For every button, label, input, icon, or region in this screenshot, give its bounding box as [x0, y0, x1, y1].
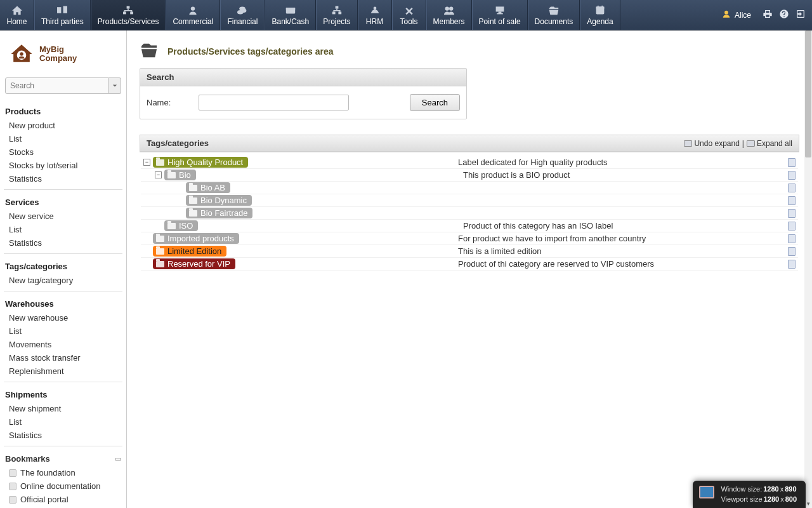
nav-projects[interactable]: Projects — [316, 0, 357, 30]
company-logo[interactable]: MyBigCompany — [4, 36, 122, 75]
side-link-statistics[interactable]: Statistics — [4, 236, 122, 250]
svg-point-5 — [191, 6, 195, 10]
divider — [4, 291, 122, 291]
side-link-new-product[interactable]: New product — [4, 119, 122, 132]
svg-rect-2 — [127, 6, 130, 8]
sidebar-search — [5, 77, 121, 94]
category-label: Bio Fairtrade — [200, 208, 247, 218]
drag-handle-icon[interactable] — [788, 260, 796, 269]
category-label: Limited Edition — [167, 246, 221, 256]
category-label: Bio AB — [200, 183, 225, 192]
side-link-replenishment[interactable]: Replenishment — [4, 364, 122, 378]
tree-row: Bio Fairtrade — [141, 207, 798, 220]
category-tag[interactable]: Bio — [164, 170, 196, 180]
drag-handle-icon[interactable] — [788, 184, 796, 192]
nav-home[interactable]: Home — [0, 0, 34, 30]
drag-handle-icon[interactable] — [788, 209, 796, 218]
nav-third-parties[interactable]: Third parties — [34, 0, 91, 30]
nav-agenda[interactable]: Agenda — [580, 0, 620, 30]
category-tag[interactable]: ISO — [164, 220, 198, 231]
side-link-new-warehouse[interactable]: New warehouse — [4, 311, 122, 324]
bookmark-label: The foundation — [20, 468, 75, 478]
nav-icon — [494, 4, 506, 16]
nav-icon — [187, 4, 199, 16]
scrollbar-thumb[interactable] — [805, 30, 811, 157]
nav-icon — [547, 4, 560, 16]
nav-label: Tools — [400, 17, 418, 26]
category-description: For product we have to import from anoth… — [458, 234, 779, 243]
side-link-stocks[interactable]: Stocks — [4, 145, 122, 159]
bookmark-online-documentation[interactable]: Online documentation — [4, 479, 122, 493]
category-tag[interactable]: Bio Fairtrade — [186, 208, 252, 218]
user-menu[interactable]: Alice — [717, 0, 756, 30]
sidebar-search-input[interactable] — [5, 77, 108, 94]
page-title: Products/Services tags/categories area — [167, 46, 333, 57]
category-description: Label dedicated for High quality product… — [458, 157, 779, 167]
bookmark-the-foundation[interactable]: The foundation — [4, 466, 122, 479]
nav-label: Agenda — [587, 17, 613, 26]
expand-all-link[interactable]: Expand all — [747, 139, 792, 148]
nav-documents[interactable]: Documents — [528, 0, 580, 30]
bookmarks-collapse-icon[interactable]: ▭ — [115, 455, 121, 463]
nav-products-services[interactable]: Products/Services — [91, 0, 166, 30]
nav-label: Home — [6, 17, 27, 26]
drag-handle-icon[interactable] — [788, 158, 796, 167]
drag-handle-icon[interactable] — [788, 247, 796, 256]
tree-expander[interactable]: − — [143, 159, 150, 166]
name-input[interactable] — [199, 95, 349, 110]
drag-handle-icon[interactable] — [788, 234, 796, 243]
scrollbar[interactable]: ▾ — [804, 30, 812, 508]
category-tag[interactable]: Imported products — [153, 233, 239, 244]
category-tag[interactable]: Reserved for VIP — [153, 258, 235, 269]
nav-point-of-sale[interactable]: Point of sale — [472, 0, 528, 30]
side-link-new-service[interactable]: New service — [4, 210, 122, 223]
category-tag[interactable]: Bio Dynamic — [186, 195, 252, 206]
category-tag[interactable]: High Quality Product — [153, 157, 248, 168]
nav-members[interactable]: Members — [426, 0, 472, 30]
drag-handle-icon[interactable] — [788, 171, 796, 180]
tree-expander[interactable]: − — [155, 171, 162, 178]
side-section-services[interactable]: Services — [4, 194, 122, 210]
nav-icon — [56, 4, 69, 16]
side-link-new-shipment[interactable]: New shipment — [4, 402, 122, 415]
drag-handle-icon[interactable] — [788, 196, 796, 205]
side-section-products[interactable]: Products — [4, 103, 122, 119]
nav-financial[interactable]: Financial — [220, 0, 265, 30]
side-section-shipments[interactable]: Shipments — [4, 386, 122, 402]
bookmark-official-portal[interactable]: Official portal — [4, 493, 122, 506]
side-link-mass-stock-transfer[interactable]: Mass stock transfer — [4, 351, 122, 364]
side-link-list[interactable]: List — [4, 415, 122, 429]
side-section-warehouses[interactable]: Warehouses — [4, 295, 122, 311]
print-icon[interactable] — [763, 9, 773, 21]
undo-expand-link[interactable]: Undo expand — [684, 139, 739, 148]
bookmarks-title: Bookmarks — [5, 454, 50, 464]
side-link-list[interactable]: List — [4, 324, 122, 338]
category-tag[interactable]: Limited Edition — [153, 246, 226, 257]
svg-rect-4 — [130, 11, 133, 14]
logout-icon[interactable] — [796, 9, 806, 21]
divider — [4, 446, 122, 446]
side-link-stocks-by-lot-serial[interactable]: Stocks by lot/serial — [4, 159, 122, 172]
side-section-tags-categories[interactable]: Tags/categories — [4, 258, 122, 274]
side-link-movements[interactable]: Movements — [4, 338, 122, 351]
side-link-list[interactable]: List — [4, 223, 122, 236]
svg-rect-23 — [601, 5, 603, 7]
drag-handle-icon[interactable] — [788, 222, 796, 231]
search-button[interactable]: Search — [410, 94, 460, 111]
svg-rect-19 — [497, 13, 503, 14]
side-link-new-tag-category[interactable]: New tag/category — [4, 274, 122, 287]
tree-row: −High Quality ProductLabel dedicated for… — [141, 156, 798, 169]
category-label: ISO — [179, 221, 193, 231]
logo-line2: Company — [39, 53, 77, 63]
nav-commercial[interactable]: Commercial — [166, 0, 220, 30]
side-link-statistics[interactable]: Statistics — [4, 172, 122, 185]
sidebar-search-dropdown[interactable] — [108, 77, 121, 94]
category-tag[interactable]: Bio AB — [186, 182, 230, 193]
side-link-list[interactable]: List — [4, 132, 122, 145]
nav-tools[interactable]: Tools — [392, 0, 426, 30]
side-link-statistics[interactable]: Statistics — [4, 429, 122, 442]
nav-hrm[interactable]: HRM — [358, 0, 392, 30]
help-icon[interactable] — [779, 9, 789, 21]
svg-point-16 — [449, 6, 453, 10]
nav-bank-cash[interactable]: Bank/Cash — [265, 0, 316, 30]
